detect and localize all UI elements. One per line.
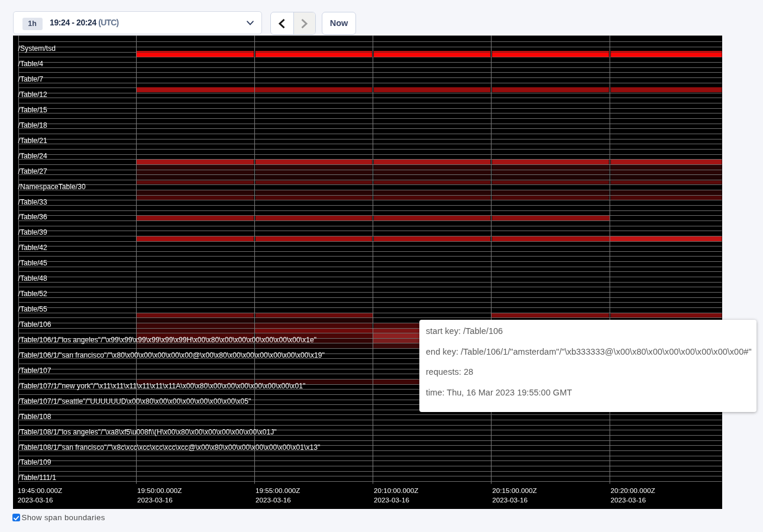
svg-text:/Table/106: /Table/106: [18, 320, 51, 329]
svg-text:/Table/109: /Table/109: [18, 458, 51, 466]
svg-text:/Table/27: /Table/27: [18, 167, 48, 176]
svg-text:/Table/107/1/"seattle"/"UUUUUU: /Table/107/1/"seattle"/"UUUUUUD\x00\x80\…: [18, 397, 251, 406]
svg-text:/Table/55: /Table/55: [18, 305, 48, 313]
svg-text:/Table/24: /Table/24: [18, 152, 48, 160]
svg-text:20:20:00.000Z: 20:20:00.000Z: [610, 486, 655, 494]
svg-text:/Table/33: /Table/33: [18, 198, 48, 206]
svg-text:/Table/45: /Table/45: [18, 259, 48, 267]
svg-text:19:55:00.000Z: 19:55:00.000Z: [256, 486, 300, 494]
svg-text:/Table/52: /Table/52: [18, 290, 48, 298]
svg-text:/Table/42: /Table/42: [18, 244, 48, 252]
svg-text:/Table/36: /Table/36: [18, 213, 48, 221]
svg-text:20:15:00.000Z: 20:15:00.000Z: [492, 486, 536, 494]
svg-text:/Table/106/1/"los angeles"/"\x: /Table/106/1/"los angeles"/"\x99\x99\x99…: [18, 336, 317, 344]
svg-text:20:10:00.000Z: 20:10:00.000Z: [374, 486, 418, 494]
svg-text:/Table/111/1: /Table/111/1: [18, 473, 57, 482]
svg-text:2023-03-16: 2023-03-16: [610, 496, 646, 504]
svg-text:/Table/39: /Table/39: [18, 228, 48, 236]
svg-text:2023-03-16: 2023-03-16: [18, 496, 53, 504]
svg-text:/Table/108/1/"san francisco"/": /Table/108/1/"san francisco"/"\x8c\xcc\x…: [18, 443, 321, 452]
svg-text:/Table/107: /Table/107: [18, 366, 51, 375]
svg-text:/Table/4: /Table/4: [18, 60, 44, 68]
svg-text:/NamespaceTable/30: /NamespaceTable/30: [18, 183, 86, 191]
svg-text:19:50:00.000Z: 19:50:00.000Z: [137, 486, 182, 494]
svg-text:/Table/7: /Table/7: [18, 75, 44, 83]
svg-text:/System/tsd: /System/tsd: [18, 44, 56, 53]
svg-text:/Table/108/1/"los angeles"/"\x: /Table/108/1/"los angeles"/"\xa8\xf5\u00…: [18, 428, 277, 436]
svg-text:2023-03-16: 2023-03-16: [374, 496, 409, 504]
svg-text:/Table/107/1/"new york"/"\x11\: /Table/107/1/"new york"/"\x11\x11\x11\x1…: [18, 382, 306, 390]
svg-text:2023-03-16: 2023-03-16: [492, 496, 528, 504]
svg-text:/Table/18: /Table/18: [18, 121, 48, 129]
svg-text:/Table/106/1/"san francisco"/": /Table/106/1/"san francisco"/"\x80\x00\x…: [18, 351, 325, 359]
svg-text:/Table/48: /Table/48: [18, 274, 48, 283]
svg-text:2023-03-16: 2023-03-16: [137, 496, 173, 504]
svg-text:/Table/12: /Table/12: [18, 90, 48, 99]
svg-text:/Table/108: /Table/108: [18, 413, 51, 421]
svg-text:/Table/21: /Table/21: [18, 137, 48, 145]
svg-text:/Table/15: /Table/15: [18, 106, 48, 114]
svg-text:2023-03-16: 2023-03-16: [256, 496, 291, 504]
svg-text:19:45:00.000Z: 19:45:00.000Z: [18, 486, 62, 494]
